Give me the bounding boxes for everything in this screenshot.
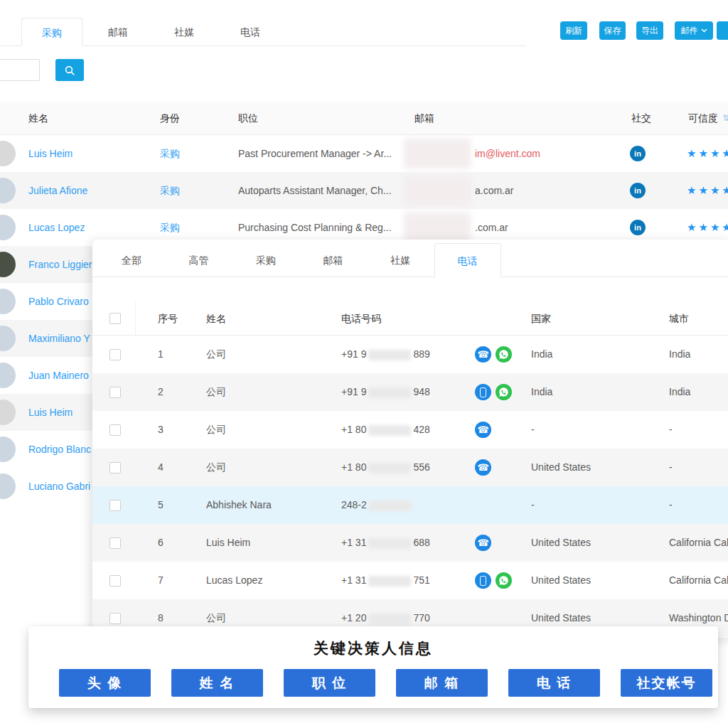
phone-suffix: 688 xyxy=(413,537,429,548)
modal-row: 7Lucas Lopez+1 31751United StatesCalifor… xyxy=(92,562,728,599)
select-all-checkbox[interactable] xyxy=(109,313,121,324)
avatar xyxy=(0,215,16,240)
search-button[interactable] xyxy=(55,59,84,81)
phone-icon[interactable]: ☎ xyxy=(475,422,491,438)
key-decision-panel: 关键决策人信息 头 像姓 名职 位邮 箱电 话社交帐号 xyxy=(28,626,718,708)
row-checkbox[interactable] xyxy=(109,387,121,398)
row-checkbox[interactable] xyxy=(109,500,121,511)
phone-button[interactable]: 电 话 xyxy=(508,669,600,697)
position-button[interactable]: 职 位 xyxy=(284,669,375,697)
name-cell: 公司 xyxy=(206,373,226,411)
email-button[interactable]: 邮 箱 xyxy=(396,669,488,697)
phone-glyph: ☎ xyxy=(477,425,488,434)
phone-cell: +91 9889 xyxy=(341,336,430,373)
phone-cell: +1 80428 xyxy=(341,411,430,449)
phone-prefix: 248-2 xyxy=(341,499,367,510)
whatsapp-icon[interactable] xyxy=(496,384,512,400)
export-button[interactable]: 导出 xyxy=(636,21,663,40)
phone-icon[interactable]: ☎ xyxy=(475,459,491,476)
number-cell: 1 xyxy=(158,336,164,373)
contact-name-link[interactable]: Lucas Lopez xyxy=(28,209,85,246)
modal-tab-social[interactable]: 社媒 xyxy=(367,243,434,277)
blurred-phone-region xyxy=(368,387,411,398)
credibility-sort-icon[interactable]: ⇅ xyxy=(722,102,728,135)
row-checkbox[interactable] xyxy=(109,424,121,436)
mobile-icon[interactable] xyxy=(475,384,491,400)
column-header-name: 姓名 xyxy=(28,102,48,135)
row-checkbox[interactable] xyxy=(109,537,121,549)
avatar xyxy=(0,289,16,314)
contact-name-link[interactable]: Rodrigo Blanc xyxy=(28,431,91,468)
name-button[interactable]: 姓 名 xyxy=(171,669,263,697)
blurred-phone-region xyxy=(368,538,411,549)
phone-icon[interactable]: ☎ xyxy=(475,535,491,551)
linkedin-icon[interactable]: in xyxy=(630,146,646,161)
phone-cell: +1 80556 xyxy=(341,449,430,486)
contact-name-link[interactable]: Julieta Afione xyxy=(28,172,87,209)
blurred-phone-region xyxy=(368,425,411,436)
avatar-button[interactable]: 头 像 xyxy=(59,669,151,697)
phone-icon[interactable]: ☎ xyxy=(475,346,491,363)
country-cell: - xyxy=(531,411,535,449)
contact-icons: ☎ xyxy=(475,346,512,363)
column-header-position: 职位 xyxy=(238,102,258,135)
number-cell: 6 xyxy=(158,524,164,562)
social-account-button[interactable]: 社交帐号 xyxy=(621,669,712,697)
row-checkbox[interactable] xyxy=(109,462,121,473)
contact-name-link[interactable]: Pablo Crivaro xyxy=(28,283,89,320)
contact-name-link[interactable]: Maximiliano Y xyxy=(28,320,90,357)
contact-name-link[interactable]: Luis Heim xyxy=(28,394,73,431)
modal-tab-email[interactable]: 邮箱 xyxy=(300,243,367,277)
email-cell: im@livent.com xyxy=(475,135,540,172)
column-header-identity: 身份 xyxy=(160,102,180,135)
linkedin-icon[interactable]: in xyxy=(630,220,646,235)
whatsapp-icon[interactable] xyxy=(496,346,512,363)
tab-procurement[interactable]: 采购 xyxy=(21,18,82,46)
phone-cell: +1 31751 xyxy=(341,562,430,599)
contacts-table-header: 姓名身份职位邮箱社交可信度⇅ xyxy=(0,102,728,135)
search-input[interactable] xyxy=(0,59,40,81)
phone-cell: 248-2 xyxy=(341,486,414,524)
linkedin-icon[interactable]: in xyxy=(630,183,646,198)
tab-email[interactable]: 邮箱 xyxy=(87,18,149,46)
mail-button[interactable]: 邮件 xyxy=(675,21,713,40)
phone-prefix: +91 9 xyxy=(341,348,366,360)
row-checkbox[interactable] xyxy=(109,613,121,624)
contact-name-link[interactable]: Juan Mainero xyxy=(28,357,89,394)
tab-social[interactable]: 社媒 xyxy=(154,18,215,46)
partial-action-button[interactable] xyxy=(717,21,728,40)
modal-tab-procurement[interactable]: 采购 xyxy=(232,243,299,277)
country-cell: India xyxy=(531,373,552,411)
mobile-glyph xyxy=(480,387,486,397)
contact-name-link[interactable]: Franco Liggier xyxy=(28,246,92,283)
phone-cell: +1 31688 xyxy=(341,524,430,562)
contact-name-link[interactable]: Luis Heim xyxy=(28,135,73,172)
modal-tab-executives[interactable]: 高管 xyxy=(166,243,232,277)
whatsapp-icon[interactable] xyxy=(496,572,512,589)
save-button[interactable]: 保存 xyxy=(599,21,626,40)
modal-column-header-name: 姓名 xyxy=(206,302,226,336)
country-cell: United States xyxy=(531,562,591,599)
avatar xyxy=(0,178,16,203)
phone-glyph: ☎ xyxy=(477,463,488,472)
modal-tab-phone[interactable]: 电话 xyxy=(434,243,501,277)
phone-prefix: +91 9 xyxy=(341,386,366,397)
contact-name-link[interactable]: Luciano Gabri xyxy=(28,468,90,505)
phone-suffix: 556 xyxy=(413,461,429,473)
mobile-icon[interactable] xyxy=(475,572,491,589)
modal-column-header-phone: 电话号码 xyxy=(341,302,381,336)
phone-glyph: ☎ xyxy=(477,350,488,359)
city-cell: - xyxy=(669,449,673,486)
app-root: 采购邮箱社媒电话 刷新保存导出邮件 姓名身份职位邮箱社交可信度⇅ Luis He… xyxy=(0,0,728,728)
tab-phone[interactable]: 电话 xyxy=(220,18,281,46)
country-cell: - xyxy=(531,486,535,524)
credibility-stars: ★★★★ xyxy=(687,135,728,172)
modal-tab-all[interactable]: 全部 xyxy=(98,243,165,277)
row-checkbox[interactable] xyxy=(109,349,121,360)
contact-icons: ☎ xyxy=(475,459,491,476)
modal-row: 6Luis Heim+1 31688☎United StatesCaliforn… xyxy=(92,524,728,562)
mail-button-label: 邮件 xyxy=(681,25,698,37)
refresh-button[interactable]: 刷新 xyxy=(560,21,587,40)
contact-icons: ☎ xyxy=(475,535,491,551)
row-checkbox[interactable] xyxy=(109,575,121,587)
